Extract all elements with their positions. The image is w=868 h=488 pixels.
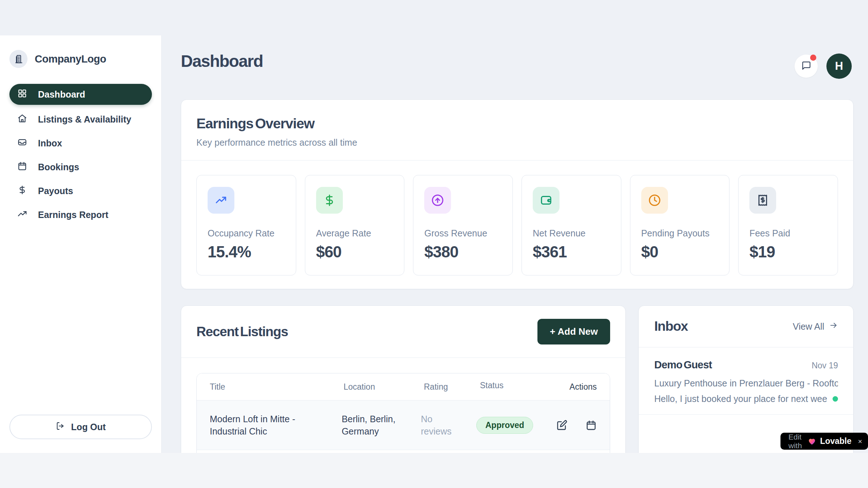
wallet-icon [533,187,559,214]
company-logo: CompanyLogo [9,50,152,68]
earnings-overview-subtitle: Key performance metrics across all time [196,137,838,148]
edit-icon[interactable] [556,420,567,431]
trending-up-icon [17,209,27,221]
status-badge: Approved [476,417,533,434]
sidebar-nav: Dashboard Listings & Availability Inbox … [9,84,152,224]
sidebar-item-payouts[interactable]: Payouts [9,181,152,200]
edit-with-lovable-badge[interactable]: Edit with Lovable × [780,433,868,450]
metric-occupancy-rate: Occupancy Rate 15.4% [196,175,296,275]
sidebar-item-bookings[interactable]: Bookings [9,158,152,176]
sidebar-item-earnings-report[interactable]: Earnings Report [9,205,152,224]
logout-icon [56,421,65,433]
calendar-icon[interactable] [586,420,597,431]
avatar[interactable]: H [826,53,852,79]
recent-listings-title: Recent Listings [196,324,288,339]
metric-label: Fees Paid [749,228,827,239]
listings-table: Title Location Rating Status Actions Mod… [196,373,610,453]
sidebar-item-label: Inbox [38,138,62,149]
metric-label: Occupancy Rate [208,228,285,239]
view-all-label: View All [793,321,824,332]
circle-arrow-up-icon [424,187,451,214]
add-new-button[interactable]: + Add New [537,319,610,344]
sidebar-item-label: Bookings [38,162,79,172]
metric-value: $19 [749,243,827,261]
lovable-heart-icon [808,437,816,446]
inbox-header: Inbox View All [639,306,853,347]
listing-rating: No reviews [421,413,476,437]
sidebar-item-dashboard[interactable]: Dashboard [9,84,152,105]
message-preview: Hello, I just booked your place for next… [654,394,827,404]
sidebar-item-label: Payouts [38,186,73,196]
inbox-card: Inbox View All Demo Guest Nov 19 Luxury … [638,305,854,453]
sidebar-item-label: Earnings Report [38,210,108,220]
metric-value: $0 [641,243,719,261]
dollar-icon [17,185,27,197]
message-bubble-icon [801,61,811,72]
sidebar-item-label: Listings & Availability [38,114,131,125]
table-header-row: Title Location Rating Status Actions [197,373,610,401]
metric-label: Gross Revenue [424,228,502,239]
metric-value: $361 [533,243,610,261]
sidebar: CompanyLogo Dashboard Listings & Availab… [0,35,162,453]
metric-label: Average Rate [316,228,393,239]
metric-value: 15.4% [208,243,285,261]
unread-dot [833,396,838,402]
calendar-icon [17,161,27,173]
topbar-actions: H [795,53,852,79]
listing-title: Modern Loft in Mitte - Industrial Chic [210,413,342,437]
message-sender: Demo Guest [654,359,712,371]
metric-label: Pending Payouts [641,228,719,239]
metric-fees-paid: Fees Paid $19 [738,175,838,275]
metric-value: $60 [316,243,393,261]
page-title: Dashboard [181,51,263,71]
listing-location: Berlin, Berlin, Germany [342,413,421,437]
column-header-status: Status [480,381,561,393]
grid-icon [17,89,27,100]
column-header-rating: Rating [424,381,480,393]
arrow-right-icon [829,321,838,332]
logout-button[interactable]: Log Out [9,415,152,439]
sidebar-item-inbox[interactable]: Inbox [9,134,152,153]
earnings-overview-header: Earnings Overview Key performance metric… [181,100,853,160]
home-icon [17,114,27,125]
avatar-initial: H [835,60,843,73]
table-row-partial [197,450,610,453]
column-header-location: Location [344,381,424,393]
lovable-brand: Lovable [820,436,851,446]
unread-notification-dot [810,55,816,61]
building-icon [9,50,27,68]
earnings-overview-card: Earnings Overview Key performance metric… [181,99,854,289]
view-all-link[interactable]: View All [793,321,838,332]
table-row[interactable]: Modern Loft in Mitte - Industrial Chic B… [197,401,610,450]
sidebar-item-listings[interactable]: Listings & Availability [9,110,152,129]
clock-icon [641,187,668,214]
message-date: Nov 19 [812,361,838,371]
metrics-row: Occupancy Rate 15.4% Average Rate $60 Gr… [181,160,853,290]
dollar-icon [316,187,343,214]
page-bottom-strip [0,453,868,488]
trending-up-icon [208,187,234,214]
recent-listings-card: Recent Listings + Add New Title Location… [181,305,626,453]
listing-status: Approved [476,417,556,434]
metric-pending-payouts: Pending Payouts $0 [630,175,730,275]
column-header-title: Title [210,381,344,393]
metric-label: Net Revenue [533,228,610,239]
lovable-prefix: Edit with [788,433,804,450]
earnings-overview-title: Earnings Overview [196,116,838,132]
inbox-tray-icon [17,137,27,149]
message-top-row: Demo Guest Nov 19 [654,359,838,371]
logout-label: Log Out [71,422,106,432]
inbox-message[interactable]: Demo Guest Nov 19 Luxury Penthouse in Pr… [639,347,853,415]
metric-value: $380 [424,243,502,261]
inbox-title: Inbox [654,319,688,334]
message-subject: Luxury Penthouse in Prenzlauer Berg - Ro… [654,378,838,389]
message-preview-row: Hello, I just booked your place for next… [654,394,838,404]
metric-gross-revenue: Gross Revenue $380 [413,175,513,275]
listing-actions [556,420,597,431]
sidebar-item-label: Dashboard [38,89,85,100]
app-window: CompanyLogo Dashboard Listings & Availab… [0,0,868,453]
close-icon[interactable]: × [858,438,862,445]
metric-average-rate: Average Rate $60 [305,175,405,275]
chat-button[interactable] [795,55,818,78]
recent-listings-header: Recent Listings + Add New [181,306,625,358]
